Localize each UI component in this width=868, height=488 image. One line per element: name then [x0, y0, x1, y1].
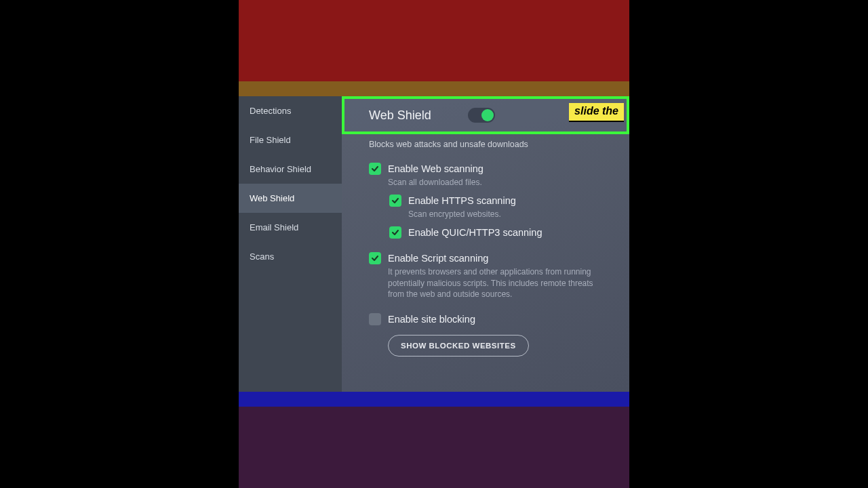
- spacer: [342, 243, 629, 249]
- label-script-scanning: Enable Script scanning: [388, 253, 488, 264]
- band-red: [239, 0, 629, 81]
- main-panel: Web Shield slide the Blocks web attacks …: [342, 96, 629, 392]
- option-site-blocking: Enable site blocking: [342, 310, 629, 329]
- sidebar-item-scans[interactable]: Scans: [239, 242, 342, 271]
- band-purple: [239, 407, 629, 488]
- check-icon: [371, 165, 379, 173]
- label-https-scanning: Enable HTTPS scanning: [408, 195, 516, 206]
- checkbox-site-blocking[interactable]: [369, 313, 381, 325]
- sidebar-item-file-shield[interactable]: File Shield: [239, 125, 342, 155]
- sidebar-item-behavior-shield[interactable]: Behavior Shield: [239, 155, 342, 184]
- checkbox-quic-scanning[interactable]: [389, 226, 401, 239]
- option-quic-scanning: Enable QUIC/HTTP3 scanning: [342, 224, 629, 243]
- option-script-scanning: Enable Script scanning It prevents brows…: [342, 249, 629, 304]
- band-brown: [239, 81, 629, 96]
- page-title: Web Shield: [369, 108, 431, 123]
- option-web-scanning: Enable Web scanning Scan all downloaded …: [342, 160, 629, 192]
- page-subtitle: Blocks web attacks and unsafe downloads: [342, 134, 629, 160]
- desc-https-scanning: Scan encrypted websites.: [389, 207, 602, 220]
- label-site-blocking: Enable site blocking: [388, 314, 475, 325]
- check-icon: [371, 254, 379, 262]
- sidebar-item-web-shield[interactable]: Web Shield: [239, 184, 342, 213]
- web-shield-toggle[interactable]: [468, 108, 495, 123]
- desc-script-scanning: It prevents browsers and other applicati…: [369, 264, 602, 300]
- show-blocked-websites-button[interactable]: SHOW BLOCKED WEBSITES: [388, 335, 529, 357]
- sidebar-item-email-shield[interactable]: Email Shield: [239, 213, 342, 242]
- label-web-scanning: Enable Web scanning: [388, 163, 484, 174]
- video-frame: Detections File Shield Behavior Shield W…: [239, 0, 629, 488]
- sidebar-item-detections[interactable]: Detections: [239, 96, 342, 125]
- sidebar: Detections File Shield Behavior Shield W…: [239, 96, 342, 392]
- label-quic-scanning: Enable QUIC/HTTP3 scanning: [408, 227, 542, 238]
- desc-web-scanning: Scan all downloaded files.: [369, 175, 602, 188]
- spacer: [342, 304, 629, 310]
- app-window: Detections File Shield Behavior Shield W…: [239, 96, 629, 392]
- checkbox-https-scanning[interactable]: [389, 195, 401, 207]
- header-container: Web Shield slide the: [342, 96, 629, 134]
- header-row: Web Shield slide the: [342, 96, 629, 134]
- check-icon: [391, 228, 399, 237]
- toggle-knob-icon: [481, 109, 494, 121]
- option-https-scanning: Enable HTTPS scanning Scan encrypted web…: [342, 192, 629, 224]
- instruction-callout: slide the: [569, 103, 624, 122]
- band-blue: [239, 392, 629, 407]
- checkbox-web-scanning[interactable]: [369, 163, 381, 175]
- checkbox-script-scanning[interactable]: [369, 252, 381, 264]
- check-icon: [391, 197, 399, 205]
